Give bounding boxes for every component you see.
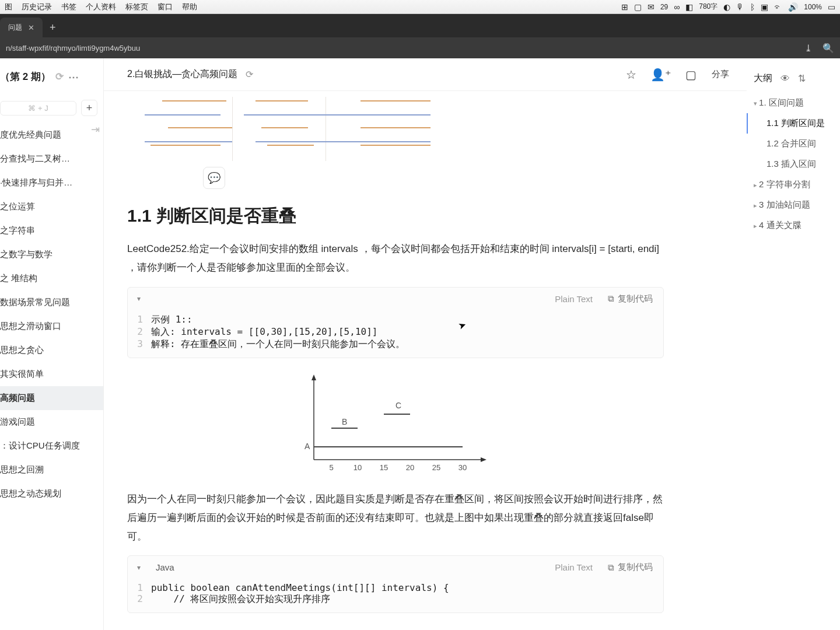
- menu-item[interactable]: 个人资料: [86, 2, 116, 12]
- sidebar-item[interactable]: 思想之动态规划: [0, 482, 103, 506]
- add-button[interactable]: +: [81, 100, 97, 116]
- sidebar-item[interactable]: 分查找与二叉树…: [0, 147, 103, 171]
- code-body: 1示例 1::2输入: intervals = [[0,30],[15,20],…: [128, 310, 663, 358]
- doc-header: 2.白银挑战—贪心高频问题 ⟳ ☆ 👤⁺ ▢ 分享: [104, 58, 747, 91]
- sync-icon[interactable]: ∞: [674, 2, 680, 12]
- interval-axis-figure: 5 10 15 20 25 30 A B C: [127, 372, 664, 477]
- sidebar-item[interactable]: 之位运算: [0, 195, 103, 219]
- outline-item[interactable]: 1.3 插入区间: [754, 154, 835, 174]
- bt-icon[interactable]: ᛒ: [750, 2, 755, 12]
- svg-marker-1: [312, 374, 316, 380]
- copy-code-button[interactable]: ⧉ 复制代码: [608, 562, 653, 573]
- menubar-status: ⊞ ▢ ✉ 29 ∞ ◧ 780字 ◐ 🎙 ᛒ ▣ ᯤ 🔊 100% ▭: [621, 2, 835, 12]
- document-area: 2.白银挑战—贪心高频问题 ⟳ ☆ 👤⁺ ▢ 分享: [104, 58, 747, 630]
- menu-item[interactable]: 图: [5, 2, 12, 12]
- word-count: 780字: [699, 2, 718, 12]
- outline-item[interactable]: 1.1 判断区间是: [747, 113, 835, 134]
- browser-addressbar: n/staff-wpxfif/rqhmyo/limti9ygm4w5ybuu ⤓…: [0, 37, 840, 58]
- outline-item[interactable]: 1.2 合并区间: [754, 134, 835, 154]
- sidebar-item[interactable]: 之字符串: [0, 219, 103, 243]
- code-type-label: Plain Text: [555, 562, 593, 572]
- outline-label[interactable]: 大纲: [754, 72, 772, 85]
- sidebar-item[interactable]: 游戏问题: [0, 410, 103, 434]
- sidebar-item[interactable]: ：设计CPU任务调度: [0, 434, 103, 458]
- square-icon[interactable]: ▣: [761, 2, 768, 12]
- svg-text:10: 10: [354, 463, 362, 472]
- svg-text:5: 5: [329, 463, 333, 472]
- present-icon[interactable]: ▢: [685, 68, 696, 82]
- workspace-title-text: （第 2 期）: [0, 70, 51, 83]
- menu-item[interactable]: 帮助: [182, 2, 197, 12]
- menubar-app-menus: 图 历史记录 书签 个人资料 标签页 窗口 帮助: [5, 2, 197, 12]
- sidebar-item[interactable]: 思想之回溯: [0, 458, 103, 482]
- volume-icon[interactable]: 🔊: [788, 2, 798, 12]
- moon-icon[interactable]: ◐: [723, 2, 730, 12]
- more-icon[interactable]: ⋯: [68, 71, 80, 83]
- svg-text:A: A: [304, 442, 310, 451]
- svg-text:15: 15: [380, 463, 388, 472]
- code-body: 1public boolean canAttendMeetings(int[][…: [128, 579, 663, 612]
- new-tab-button[interactable]: +: [43, 18, 63, 37]
- svg-text:25: 25: [432, 463, 440, 472]
- battery-icon: ▭: [828, 2, 835, 12]
- eye-off-icon[interactable]: 👁: [780, 74, 790, 84]
- chevron-down-icon[interactable]: ▾: [137, 295, 141, 303]
- add-person-icon[interactable]: 👤⁺: [650, 68, 671, 82]
- sidebar-item[interactable]: 之数字与数学: [0, 243, 103, 267]
- menu-item[interactable]: 历史记录: [22, 2, 52, 12]
- code-line: 1示例 1::: [128, 314, 663, 326]
- collapse-icon[interactable]: ⇥: [91, 123, 100, 136]
- app2-icon[interactable]: ◧: [685, 2, 693, 12]
- outline-item[interactable]: 4 通关文牒: [754, 215, 835, 236]
- tab-title: 问题: [8, 23, 22, 33]
- sidebar-item[interactable]: 数据场景常见问题: [0, 290, 103, 314]
- code-line: 3解释: 存在重叠区间，一个人在同一时刻只能参加一个会议。: [128, 338, 663, 351]
- outline-item[interactable]: 1. 区间问题: [754, 93, 835, 113]
- mic-icon[interactable]: 🎙: [736, 2, 744, 12]
- chevron-down-icon[interactable]: ▾: [137, 564, 141, 572]
- left-sidebar: （第 2 期） ⟳ ⋯ ⌘ + J + ⇥ 度优先经典问题分查找与二叉树…·快速…: [0, 58, 104, 630]
- sidebar-item[interactable]: 高频问题: [0, 386, 103, 410]
- sidebar-item[interactable]: ·快速排序与归并…: [0, 171, 103, 195]
- outline-panel: 大纲 👁 ⇅ 1. 区间问题1.1 判断区间是1.2 合并区间1.3 插入区间2…: [747, 58, 840, 630]
- sidebar-item[interactable]: 之 堆结构: [0, 267, 103, 290]
- document-content: 💬 1.1 判断区间是否重叠 LeetCode252.给定一个会议时间安排的数组…: [127, 91, 664, 613]
- code-lang-label: Java: [156, 562, 174, 572]
- sidebar-item[interactable]: 度优先经典问题: [0, 123, 91, 147]
- paragraph: 因为一个人在同一时刻只能参加一个会议，因此题目实质是判断是否存在重叠区间，将区间…: [127, 490, 664, 547]
- url-text[interactable]: n/staff-wpxfif/rqhmyo/limti9ygm4w5ybuu: [6, 44, 140, 52]
- outline-item[interactable]: 2 字符串分割: [754, 174, 835, 195]
- outline-item[interactable]: 3 加油站问题: [754, 195, 835, 215]
- close-icon[interactable]: ✕: [28, 23, 34, 32]
- sync-status-icon: ⟳: [246, 69, 253, 80]
- comment-button[interactable]: 💬: [203, 167, 225, 189]
- copy-code-button[interactable]: ⧉ 复制代码: [608, 293, 653, 304]
- menu-item[interactable]: 标签页: [125, 2, 148, 12]
- wifi-icon[interactable]: ᯤ: [774, 2, 782, 12]
- sidebar-item[interactable]: 思想之贪心: [0, 338, 103, 362]
- app-icon[interactable]: ⊞: [621, 2, 628, 12]
- axis-svg: 5 10 15 20 25 30 A B C: [290, 372, 501, 477]
- breadcrumb[interactable]: 2.白银挑战—贪心高频问题: [127, 68, 237, 80]
- copy-icon: ⧉: [608, 293, 614, 304]
- sidebar-item[interactable]: 思想之滑动窗口: [0, 314, 103, 338]
- outline-list: 1. 区间问题1.1 判断区间是1.2 合并区间1.3 插入区间2 字符串分割3…: [754, 93, 835, 236]
- star-icon[interactable]: ☆: [626, 68, 636, 82]
- code-line: 2输入: intervals = [[0,30],[15,20],[5,10]]: [128, 326, 663, 338]
- menu-item[interactable]: 窗口: [158, 2, 173, 12]
- copy-label: 复制代码: [618, 293, 653, 304]
- menu-item[interactable]: 书签: [61, 2, 76, 12]
- sidebar-item[interactable]: 其实很简单: [0, 362, 103, 386]
- zoom-icon[interactable]: 🔍: [822, 43, 834, 54]
- quick-search[interactable]: ⌘ + J: [0, 101, 76, 116]
- install-icon[interactable]: ⤓: [804, 43, 812, 54]
- workspace-title[interactable]: （第 2 期） ⟳ ⋯: [0, 64, 103, 89]
- share-button[interactable]: 分享: [710, 66, 730, 82]
- wechat-icon[interactable]: ✉: [648, 2, 654, 12]
- sidebar-list: 度优先经典问题分查找与二叉树…·快速排序与归并…之位运算之字符串之数字与数学之 …: [0, 123, 103, 506]
- sync-icon: ⟳: [55, 71, 64, 83]
- settings-icon[interactable]: ⇅: [798, 73, 806, 84]
- section-heading: 1.1 判断区间是否重叠: [127, 204, 664, 228]
- browser-tab[interactable]: 问题 ✕: [0, 18, 43, 37]
- camera-icon[interactable]: ▢: [634, 2, 642, 12]
